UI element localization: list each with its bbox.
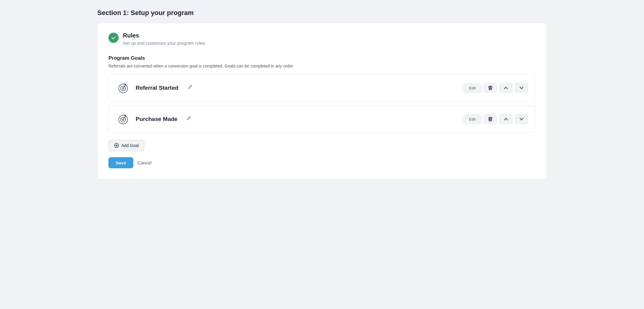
svg-point-7 [121, 117, 126, 122]
add-goal-button[interactable]: Add Goal [108, 140, 144, 151]
svg-point-1 [121, 86, 126, 91]
program-goals-section: Program Goals Referrals are converted wh… [108, 55, 536, 133]
purchase-made-delete-button[interactable] [484, 114, 497, 124]
referral-started-icon [116, 81, 130, 95]
svg-point-0 [119, 84, 127, 93]
cancel-button[interactable]: Cancel [137, 160, 152, 165]
referral-started-name: Referral Started [136, 85, 179, 91]
footer-actions: Add Goal [108, 140, 536, 151]
purchase-made-actions: Edit [463, 114, 528, 124]
purchase-made-pencil-button[interactable] [185, 115, 193, 123]
svg-point-8 [122, 119, 124, 121]
plus-circle-icon [114, 143, 119, 148]
goal-card-purchase-made: Purchase Made Edit [108, 106, 536, 133]
program-goals-description: Referrals are converted when a conversio… [108, 64, 536, 68]
svg-point-6 [119, 115, 127, 124]
rules-title: Rules [123, 32, 206, 39]
purchase-made-name: Purchase Made [136, 116, 177, 122]
save-button[interactable]: Save [108, 157, 133, 168]
rules-header: Rules Set up and customize your program … [108, 32, 536, 46]
referral-started-up-button[interactable] [499, 83, 513, 93]
goal-left-referral: Referral Started [116, 81, 194, 95]
add-goal-label: Add Goal [121, 143, 139, 148]
rules-text: Rules Set up and customize your program … [123, 32, 206, 46]
referral-started-actions: Edit [463, 83, 528, 93]
purchase-made-icon [116, 112, 130, 126]
goal-left-purchase: Purchase Made [116, 112, 193, 126]
referral-started-edit-button[interactable]: Edit [463, 83, 481, 93]
check-icon [108, 33, 119, 43]
referral-started-pencil-button[interactable] [186, 84, 194, 92]
referral-started-down-button[interactable] [515, 83, 528, 93]
main-card: Rules Set up and customize your program … [97, 23, 547, 179]
program-goals-title: Program Goals [108, 55, 536, 61]
goal-card-referral-started: Referral Started Edit [108, 74, 536, 101]
purchase-made-down-button[interactable] [515, 114, 528, 124]
page-container: Section 1: Setup your program Rules Set … [97, 9, 547, 179]
section-title: Section 1: Setup your program [97, 9, 547, 17]
rules-description: Set up and customize your program rules. [123, 40, 206, 46]
purchase-made-up-button[interactable] [499, 114, 513, 124]
svg-point-2 [122, 88, 124, 89]
save-cancel-group: Save Cancel [108, 157, 536, 168]
purchase-made-edit-button[interactable]: Edit [463, 114, 481, 124]
referral-started-delete-button[interactable] [484, 83, 497, 93]
